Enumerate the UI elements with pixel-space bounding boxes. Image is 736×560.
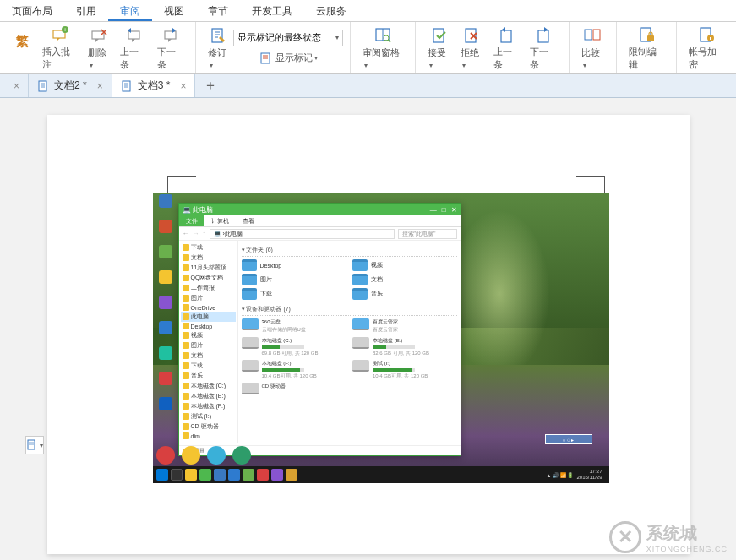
desktop-icon[interactable] [155,397,177,421]
dock-icon[interactable] [232,446,251,465]
review-pane-button[interactable]: 审阅窗格▾ [357,24,408,72]
next-change-button[interactable]: 下一条 [525,23,562,73]
desktop-icon[interactable] [155,321,177,345]
restrict-edit-button[interactable]: 限制编辑 [624,23,669,73]
folder-item[interactable]: 文档 [352,274,457,285]
drive-item[interactable]: 本地磁盘 (C:)69.8 GB 可用, 共 120 GB [242,337,346,357]
add-tab-button[interactable]: ＋ [195,74,226,97]
insert-comment-button[interactable]: +插入批注 [37,23,83,73]
doc-tab-1[interactable]: × [0,74,29,97]
edge-icon[interactable] [228,469,240,481]
nav-item[interactable]: 文档 [181,253,236,263]
menu-cloud[interactable]: 云服务 [304,0,358,21]
nav-item[interactable]: 视频 [181,330,236,340]
prev-comment-button[interactable]: 上一条 [115,23,151,73]
delete-comment-button[interactable]: 删除▾ [83,24,116,72]
nav-item[interactable]: 此电脑 [181,312,236,322]
markup-state-dropdown[interactable]: 显示标记的最终状态▾ [233,30,343,46]
nav-item[interactable]: 测试 (I:) [181,411,236,421]
explorer-tab-view[interactable]: 查看 [236,215,261,226]
show-markup-button[interactable]: 显示标记▾ [233,50,343,67]
nav-item[interactable]: dim [181,432,236,440]
cloud-drive-item[interactable]: 百度云管家百度云管家 [352,318,457,334]
desktop-icon[interactable] [155,194,177,218]
desktop-icon[interactable] [155,372,177,395]
nav-item[interactable]: 音乐 [181,371,236,381]
nav-item[interactable]: 11月头部置顶 [181,263,236,273]
system-tray[interactable]: ▲ 🔊 📶 🔋 [547,472,574,478]
nav-item[interactable]: 本地磁盘 (E:) [181,391,236,401]
folders-header[interactable]: ▾ 文件夹 (6) [242,244,457,257]
taskbar-app-icon[interactable] [214,469,226,481]
folder-item[interactable]: 视频 [352,259,457,271]
close-icon[interactable]: × [180,80,186,92]
nav-item[interactable]: Desktop [181,322,236,330]
simplified-traditional-button[interactable]: 繁 [7,30,37,66]
taskbar-app-icon[interactable] [185,469,197,481]
menu-sections[interactable]: 章节 [196,0,240,21]
dock-icon[interactable] [156,446,175,465]
folder-item[interactable]: 下载 [242,288,346,300]
taskbar-app-icon[interactable] [243,469,254,481]
drive-item[interactable]: 本地磁盘 (F:)10.4 GB可用, 共 120 GB [242,360,346,380]
forward-icon[interactable]: → [193,230,199,237]
doc-tab-2[interactable]: 文档2 * × [29,74,112,97]
drive-item[interactable]: CD 驱动器 [242,383,346,394]
nav-item[interactable]: 文档 [181,351,236,361]
nav-item[interactable]: 本地磁盘 (F:) [181,401,236,411]
taskbar-app-icon[interactable] [286,469,297,481]
account-encrypt-button[interactable]: 帐号加密 [684,23,729,73]
minimize-icon[interactable]: — [430,206,437,214]
dock-icon[interactable] [207,446,226,465]
nav-item[interactable]: 图片 [181,293,236,303]
taskbar-app-icon[interactable] [271,469,283,481]
nav-item[interactable]: 工作简报 [181,283,236,293]
menu-references[interactable]: 引用 [64,0,108,21]
nav-item[interactable]: 本地磁盘 (C:) [181,381,236,391]
menu-developer[interactable]: 开发工具 [240,0,304,21]
cloud-drive-item[interactable]: 360云盘云端存储的网络U盘 [242,318,346,334]
desktop-icon[interactable] [155,346,177,370]
reject-button[interactable]: 拒绝▾ [455,24,488,72]
folder-item[interactable]: Desktop [242,259,346,271]
search-field[interactable]: 搜索"此电脑" [398,229,457,239]
address-field[interactable]: 💻 › 此电脑 [210,229,395,239]
menu-page-layout[interactable]: 页面布局 [0,0,64,21]
next-comment-button[interactable]: 下一条 [152,23,188,73]
folder-item[interactable]: 音乐 [352,288,457,300]
maximize-icon[interactable]: □ [442,206,446,214]
desktop-icon[interactable] [155,296,177,319]
nav-item[interactable]: OneDrive [181,303,236,312]
close-icon[interactable]: × [14,80,19,92]
drive-item[interactable]: 本地磁盘 (E:)82.6 GB 可用, 共 120 GB [352,337,457,357]
nav-item[interactable]: QQ网盘文档 [181,273,236,283]
desktop-icon[interactable] [155,270,177,294]
nav-item[interactable]: CD 驱动器 [181,421,236,432]
explorer-tab-file[interactable]: 文件 [179,215,204,226]
desktop-icon[interactable] [155,220,177,243]
float-tool-button[interactable]: ▾ [25,436,44,454]
folder-item[interactable]: 图片 [242,274,346,285]
menu-view[interactable]: 视图 [152,0,196,21]
nav-item[interactable]: 下载 [181,361,236,371]
explorer-titlebar[interactable]: 💻 此电脑 — □ ✕ [179,204,461,215]
dock-icon[interactable] [182,446,200,465]
compare-button[interactable]: 比较▾ [576,24,609,72]
taskbar-clock[interactable]: 17:27 2016/11/29 [573,469,605,480]
taskview-icon[interactable] [171,469,183,481]
desktop-icon[interactable] [155,245,177,269]
back-icon[interactable]: ← [183,230,189,237]
prev-change-button[interactable]: 上一条 [488,23,526,73]
close-icon[interactable]: ✕ [451,206,457,214]
close-icon[interactable]: × [97,80,103,92]
drive-item[interactable]: 测试 (I:)10.4 GB可用, 共 120 GB [352,360,457,380]
nav-item[interactable]: 图片 [181,340,236,351]
track-changes-button[interactable]: 修订▾ [203,24,233,72]
taskbar-app-icon[interactable] [257,469,269,481]
accept-button[interactable]: 接受▾ [423,24,455,72]
start-button[interactable] [156,469,168,481]
doc-tab-3[interactable]: 文档3 * × [112,74,196,97]
devices-header[interactable]: ▾ 设备和驱动器 (7) [242,303,457,316]
taskbar-app-icon[interactable] [199,469,211,481]
menu-review[interactable]: 审阅 [108,0,152,21]
